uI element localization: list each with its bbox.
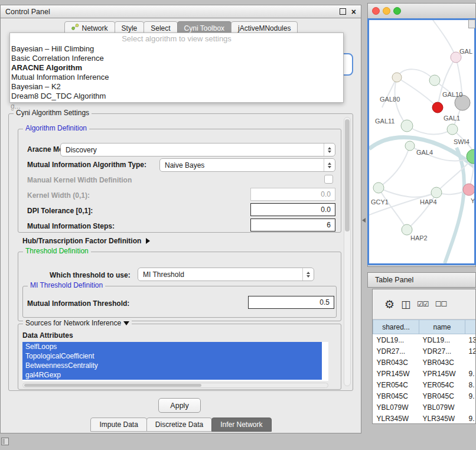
network-node[interactable] [431, 187, 442, 198]
attribute-item[interactable]: SelfLoops [22, 342, 322, 351]
table-cell[interactable]: YDR27... [373, 345, 419, 357]
group-title: Threshold Definition [23, 247, 91, 256]
splitter-collapse-icon[interactable] [362, 218, 366, 223]
node-label: GAL11 [375, 118, 395, 125]
node-label: GCY1 [371, 198, 389, 206]
table-cell[interactable] [465, 402, 476, 413]
node-label: GAL4 [416, 149, 433, 156]
table-row[interactable]: YBR043CYBR043C [373, 357, 476, 368]
attribute-item[interactable]: gal4RGexp [22, 370, 322, 380]
group-title: MI Threshold Definition [28, 281, 105, 290]
table-row[interactable]: YDR27...YDR27...12 [373, 345, 476, 357]
table-cell[interactable]: YPR145W [419, 368, 465, 379]
algorithm-definition-group: Algorithm Definition [18, 129, 341, 233]
apply-button[interactable]: Apply [158, 398, 201, 413]
network-node[interactable] [402, 224, 412, 235]
group-title: Cyni Algorithm Settings [14, 109, 92, 118]
table-row[interactable]: YPR145WYPR145W9. [373, 368, 476, 379]
close-icon[interactable]: × [351, 8, 356, 16]
tab-label: Cyni Toolbox [184, 24, 224, 32]
table-cell[interactable]: YDL19... [419, 334, 465, 346]
columns-icon[interactable]: ◫ [401, 298, 410, 311]
minimize-traffic-light[interactable] [383, 7, 390, 15]
network-node[interactable] [432, 102, 443, 113]
hub-definition-expander[interactable]: Hub/Transcription Factor Definition [22, 237, 150, 245]
table-cell[interactable]: 9. [465, 390, 476, 402]
network-node[interactable] [429, 75, 440, 86]
algorithm-option[interactable]: Bayesian – Hill Climbing [10, 44, 343, 54]
table-row[interactable]: YER054CYER054C8. [373, 379, 476, 390]
table-header-row: shared...name [373, 320, 476, 334]
algorithm-dropdown-popup: Select algorithm to view settings Bayesi… [9, 32, 344, 103]
table-cell[interactable]: YDR27... [419, 345, 465, 357]
horizontal-scrollbar[interactable] [22, 383, 328, 388]
control-panel-titlebar: Control Panel × [0, 5, 361, 18]
docked-panel-icon[interactable] [1, 438, 9, 445]
table-cell[interactable]: 13 [465, 334, 476, 346]
group-title: Sources for Network Inference [23, 319, 132, 328]
network-node[interactable] [373, 182, 384, 193]
bottom-tab-bar: Impute DataDiscretize DataInfer Network [0, 418, 361, 432]
float-window-icon[interactable] [340, 8, 346, 15]
table-row[interactable]: YBL079WYBL079W [373, 402, 476, 413]
table-cell[interactable]: 12 [465, 345, 476, 357]
select-unchecked-icon[interactable]: ☐☐ [435, 300, 447, 308]
network-node[interactable] [392, 73, 402, 82]
table-cell[interactable]: 9. [465, 368, 476, 379]
algorithm-option[interactable]: Bayesian – K2 [10, 82, 343, 92]
bottom-tab-discretize-data[interactable]: Discretize Data [146, 418, 212, 432]
network-node[interactable] [405, 141, 415, 151]
node-label: HAP4 [420, 198, 437, 206]
vertical-scrollbar[interactable] [344, 117, 351, 386]
zoom-traffic-light[interactable] [393, 7, 401, 15]
network-icon [71, 24, 79, 32]
table-row[interactable]: YDL19...YDL19...13 [373, 334, 476, 346]
network-node[interactable] [463, 184, 474, 195]
chevron-right-icon [146, 238, 150, 244]
column-header[interactable]: shared... [373, 320, 419, 334]
algorithm-option[interactable]: ARACNE Algorithm [10, 63, 343, 73]
table-cell[interactable]: YDL19... [373, 334, 419, 346]
table-cell[interactable]: YBL079W [419, 402, 465, 413]
attribute-list[interactable]: SelfLoopsTopologicalCoefficientBetweenne… [22, 342, 328, 381]
algorithm-option[interactable]: Basic Correlation Inference [10, 54, 343, 63]
node-label: SWI4 [454, 138, 470, 145]
table-cell[interactable]: YLR345W [373, 413, 419, 424]
network-node[interactable] [401, 120, 413, 132]
node-table: shared...name YDL19...YDL19...13YDR27...… [373, 319, 476, 424]
scrollbar-thumb[interactable] [24, 384, 201, 387]
gear-icon[interactable]: ⚙ [384, 298, 395, 311]
table-cell[interactable]: YPR145W [373, 368, 419, 379]
column-header[interactable]: name [419, 320, 465, 334]
bottom-tab-impute-data[interactable]: Impute Data [90, 418, 146, 432]
algorithm-option[interactable]: Mutual Information Inference [10, 73, 343, 82]
close-traffic-light[interactable] [372, 7, 380, 15]
table-cell[interactable]: YER054C [373, 379, 419, 390]
table-row[interactable]: YBR045CYBR045C9. [373, 390, 476, 402]
scrollbar-thumb[interactable] [345, 119, 350, 231]
table-row[interactable]: YLR345WYLR345W9. [373, 413, 476, 424]
dropdown-item-list: Bayesian – Hill ClimbingBasic Correlatio… [10, 44, 343, 101]
table-cell[interactable]: YBR045C [373, 390, 419, 402]
table-cell[interactable]: 9. [465, 413, 476, 424]
attribute-item[interactable]: BetweennessCentrality [22, 361, 322, 370]
table-cell[interactable]: YBR045C [419, 390, 465, 402]
tab-label: Network [82, 24, 108, 32]
table-cell[interactable]: 8. [465, 379, 476, 390]
table-cell[interactable] [465, 357, 476, 368]
tab-label: Select [151, 24, 170, 32]
table-cell[interactable]: YLR345W [419, 413, 465, 424]
canvas-corner-widget[interactable] [468, 19, 475, 28]
algorithm-option[interactable]: Dream8 DC_TDC Algorithm [10, 92, 343, 101]
table-cell[interactable]: YER054C [419, 379, 465, 390]
network-canvas[interactable]: GALGAL80GAL10GAL11GAL1SWI4GAL4GCY1HAP4YH… [369, 20, 474, 263]
select-checked-icon[interactable]: ☑☑ [417, 300, 429, 308]
network-node[interactable] [447, 124, 458, 135]
table-cell[interactable]: YBL079W [373, 402, 419, 413]
node-label: GAL10 [442, 91, 462, 98]
attribute-item[interactable]: TopologicalCoefficient [22, 351, 322, 361]
column-header[interactable] [465, 320, 476, 334]
table-cell[interactable]: YBR043C [373, 357, 419, 368]
table-cell[interactable]: YBR043C [419, 357, 465, 368]
bottom-tab-infer-network[interactable]: Infer Network [211, 418, 271, 432]
